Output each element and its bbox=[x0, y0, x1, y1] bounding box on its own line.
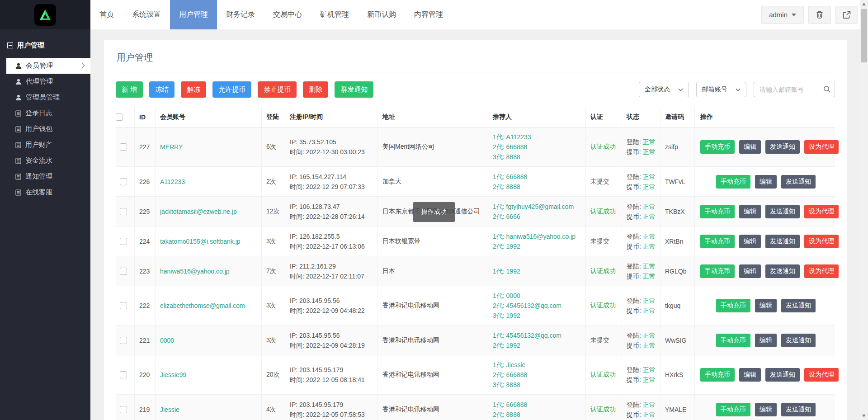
add-button[interactable]: 新 增 bbox=[116, 81, 143, 98]
sidebar-item-login-log[interactable]: 登录日志 bbox=[0, 105, 90, 121]
row-checkbox[interactable] bbox=[120, 337, 127, 344]
freeze-button[interactable]: 冻结 bbox=[149, 81, 175, 98]
manual-recharge-button[interactable]: 手动充币 bbox=[700, 140, 735, 154]
logout-button[interactable] bbox=[835, 6, 858, 24]
sidebar-group-user-management[interactable]: 用户管理 bbox=[0, 29, 90, 57]
send-notice-button[interactable]: 发送通知 bbox=[781, 403, 816, 416]
row-checkbox[interactable] bbox=[120, 371, 127, 378]
cell-ip-time: IP: 203.145.95.56 时间: 2022-12-09 04:48:2… bbox=[285, 286, 378, 325]
unfreeze-button[interactable]: 解冻 bbox=[181, 81, 206, 98]
nav-tab-trade-center[interactable]: 交易中心 bbox=[264, 0, 311, 29]
edit-button[interactable]: 编辑 bbox=[755, 299, 777, 312]
broadcast-notice-button[interactable]: 群发通知 bbox=[335, 81, 373, 98]
send-notice-button[interactable]: 发送通知 bbox=[781, 175, 816, 189]
edit-button[interactable]: 编辑 bbox=[739, 205, 761, 218]
scrollbar-thumb[interactable] bbox=[861, 9, 867, 62]
content-card: 用户管理 新 增 冻结 解冻 允许提币 禁止提币 删除 群发通知 全部状态 邮箱… bbox=[104, 40, 847, 420]
admin-dropdown-button[interactable]: admin bbox=[761, 6, 804, 24]
manual-recharge-button[interactable]: 手动充币 bbox=[716, 403, 750, 416]
edit-button[interactable]: 编辑 bbox=[755, 403, 777, 416]
edit-button[interactable]: 编辑 bbox=[739, 235, 761, 248]
search-icon[interactable] bbox=[823, 85, 831, 93]
cell-account-link[interactable]: A112233 bbox=[160, 178, 258, 185]
set-agent-button[interactable]: 设为代理 bbox=[804, 264, 839, 278]
referrer-line: 1代: haniwa516@yahoo.co.jp bbox=[493, 231, 582, 241]
sidebar-item-online-service[interactable]: 在线客服 bbox=[0, 184, 90, 200]
cell-account-link[interactable]: jacktotamasii@ezweb.ne.jp bbox=[160, 208, 258, 215]
nav-tab-system-settings[interactable]: 系统设置 bbox=[123, 0, 170, 29]
nav-tab-user-management[interactable]: 用户管理 bbox=[170, 0, 217, 29]
trash-button[interactable] bbox=[808, 6, 831, 24]
cell-address: 香港和记电讯移动网 bbox=[378, 326, 488, 355]
cell-account-link[interactable]: takatomo0155@i.softbank.jp bbox=[160, 238, 258, 245]
send-notice-button[interactable]: 发送通知 bbox=[765, 205, 800, 218]
allow-withdraw-button[interactable]: 允许提币 bbox=[212, 81, 251, 98]
cell-account-link[interactable]: Jiessie99 bbox=[160, 371, 258, 378]
cell-account-link[interactable]: MERRY bbox=[160, 143, 258, 151]
app-logo[interactable] bbox=[34, 4, 56, 26]
edit-button[interactable]: 编辑 bbox=[755, 175, 777, 189]
cell-account-link[interactable]: elizabethethomse@gmail.com bbox=[160, 302, 258, 309]
manual-recharge-button[interactable]: 手动充币 bbox=[716, 299, 750, 312]
sidebar-item-admin-management[interactable]: 管理员管理 bbox=[0, 90, 90, 105]
send-notice-button[interactable]: 发送通知 bbox=[765, 140, 800, 154]
nav-tab-new-coin[interactable]: 新币认购 bbox=[358, 0, 405, 29]
send-notice-button[interactable]: 发送通知 bbox=[765, 235, 800, 248]
cell-invite-code: WwSIG bbox=[660, 326, 695, 355]
row-checkbox[interactable] bbox=[120, 208, 127, 215]
sidebar-item-member-management[interactable]: 会员管理 bbox=[6, 58, 90, 74]
scrollbar-up-arrow-icon[interactable] bbox=[862, 3, 866, 5]
send-notice-button[interactable]: 发送通知 bbox=[781, 334, 816, 347]
send-notice-button[interactable]: 发送通知 bbox=[765, 368, 800, 382]
select-all-checkbox[interactable] bbox=[116, 113, 123, 121]
row-checkbox[interactable] bbox=[120, 238, 127, 245]
edit-button[interactable]: 编辑 bbox=[755, 334, 777, 347]
cell-account-link[interactable]: 0000 bbox=[160, 337, 258, 344]
nav-tab-home[interactable]: 首页 bbox=[90, 0, 123, 29]
topbar-right: admin bbox=[761, 0, 860, 29]
send-notice-button[interactable]: 发送通知 bbox=[765, 264, 800, 278]
set-agent-button[interactable]: 设为代理 bbox=[804, 140, 839, 154]
row-checkbox[interactable] bbox=[120, 268, 127, 275]
set-agent-button[interactable]: 设为代理 bbox=[804, 368, 839, 382]
row-checkbox[interactable] bbox=[120, 406, 127, 413]
nav-tab-content-management[interactable]: 内容管理 bbox=[405, 0, 452, 29]
sidebar-item-fund-flow[interactable]: 资金流水 bbox=[0, 153, 90, 169]
search-input[interactable] bbox=[754, 82, 835, 97]
window-scrollbar[interactable] bbox=[860, 0, 868, 420]
manual-recharge-button[interactable]: 手动充币 bbox=[700, 368, 735, 382]
row-checkbox[interactable] bbox=[120, 143, 127, 151]
nav-tab-miner-management[interactable]: 矿机管理 bbox=[311, 0, 358, 29]
sidebar-item-notice-management[interactable]: 通知管理 bbox=[0, 169, 90, 184]
manual-recharge-button[interactable]: 手动充币 bbox=[700, 235, 735, 248]
sidebar-item-user-assets[interactable]: 用户财产 bbox=[0, 137, 90, 153]
table-row: 227 MERRY 6次 IP: 35.73.52.105 时间: 2022-1… bbox=[116, 127, 835, 167]
delete-button[interactable]: 删除 bbox=[303, 81, 328, 98]
send-notice-button[interactable]: 发送通知 bbox=[781, 299, 816, 312]
header-ip-time: 注册IP/时间 bbox=[285, 107, 378, 127]
edit-button[interactable]: 编辑 bbox=[739, 368, 761, 382]
scrollbar-down-arrow-icon[interactable] bbox=[862, 415, 866, 417]
table-row: 226 A112233 2次 IP: 165.154.227.114 时间: 2… bbox=[116, 167, 835, 197]
manual-recharge-button[interactable]: 手动充币 bbox=[716, 175, 750, 189]
header-logins: 登陆 bbox=[262, 107, 285, 127]
search-field-select[interactable]: 邮箱账号 bbox=[696, 82, 746, 97]
manual-recharge-button[interactable]: 手动充币 bbox=[716, 334, 750, 347]
header-address: 地址 bbox=[378, 107, 488, 127]
cell-address: 日本 bbox=[378, 256, 488, 286]
row-checkbox[interactable] bbox=[120, 178, 127, 185]
set-agent-button[interactable]: 设为代理 bbox=[804, 235, 839, 248]
status-filter-select[interactable]: 全部状态 bbox=[639, 82, 689, 97]
edit-button[interactable]: 编辑 bbox=[739, 140, 761, 154]
manual-recharge-button[interactable]: 手动充币 bbox=[700, 205, 735, 218]
nav-tab-finance-records[interactable]: 财务记录 bbox=[217, 0, 264, 29]
cell-account-link[interactable]: haniwa516@yahoo.co.jp bbox=[160, 268, 258, 275]
forbid-withdraw-button[interactable]: 禁止提币 bbox=[258, 81, 297, 98]
row-checkbox[interactable] bbox=[120, 302, 127, 309]
sidebar-item-agent-management[interactable]: 代理管理 bbox=[0, 74, 90, 90]
edit-button[interactable]: 编辑 bbox=[739, 264, 761, 278]
cell-account-link[interactable]: Jiessie bbox=[160, 406, 258, 413]
set-agent-button[interactable]: 设为代理 bbox=[804, 205, 839, 218]
sidebar-item-user-wallet[interactable]: 用户钱包 bbox=[0, 121, 90, 137]
manual-recharge-button[interactable]: 手动充币 bbox=[700, 264, 735, 278]
